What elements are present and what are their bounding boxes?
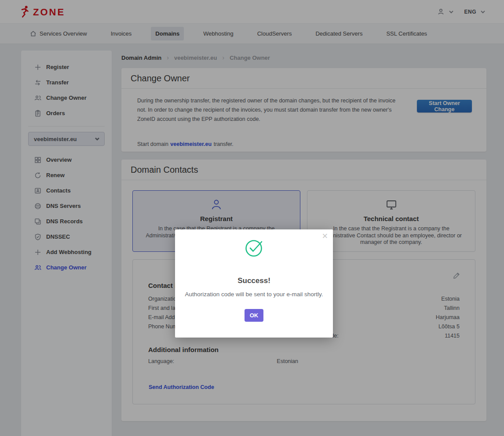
ok-button[interactable]: OK: [245, 309, 263, 322]
success-check-icon: [244, 238, 264, 258]
close-icon[interactable]: ✕: [322, 233, 328, 240]
modal-message: Authorization code will be sent to your …: [175, 291, 333, 298]
modal-backdrop[interactable]: [0, 0, 504, 436]
success-modal: ✕ Success! Authorization code will be se…: [175, 229, 333, 338]
modal-title: Success!: [175, 276, 333, 285]
page: zone ENG Services Overview Invoices Doma…: [0, 0, 504, 436]
